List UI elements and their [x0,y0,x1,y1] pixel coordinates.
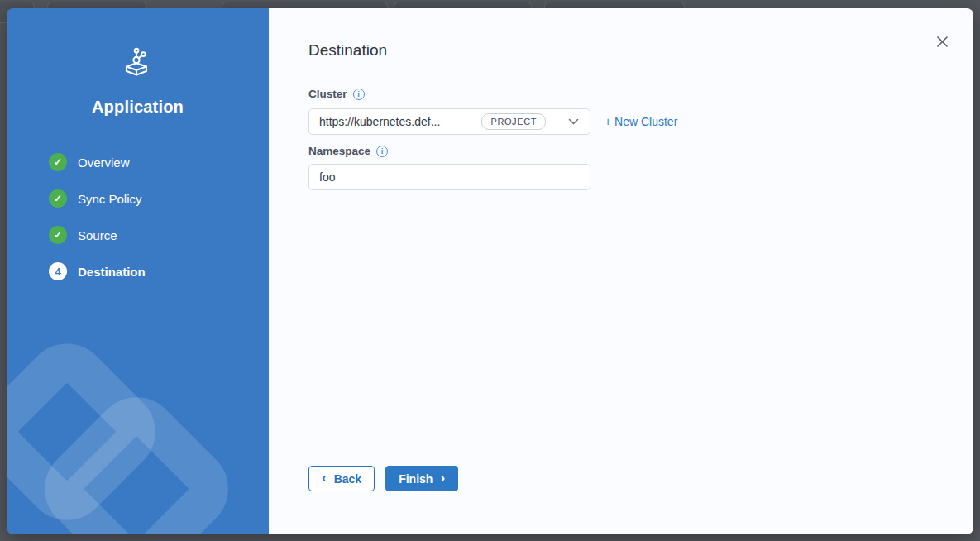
project-badge: PROJECT [481,113,546,130]
wizard-sidebar: Application ✓ Overview ✓ Sync Policy ✓ S… [7,8,269,534]
step-destination[interactable]: 4 Destination [49,262,269,280]
info-icon[interactable]: i [353,89,365,100]
page-title: Destination [308,41,973,60]
wizard-main-panel: Destination Cluster i https://kubernetes… [269,8,973,534]
namespace-label: Namespace i [308,145,973,157]
step-source[interactable]: ✓ Source [49,226,269,244]
step-overview[interactable]: ✓ Overview [49,153,269,171]
check-icon: ✓ [49,189,67,208]
wizard-footer: ‹ Back Finish › [308,466,458,491]
chevron-right-icon: › [440,471,445,485]
step-sync-policy[interactable]: ✓ Sync Policy [49,189,269,208]
watermark-shape [7,327,172,534]
wizard-title: Application [92,98,184,117]
chevron-down-icon [568,118,579,125]
watermark-shape [27,380,245,534]
info-icon[interactable]: i [376,146,388,157]
finish-button[interactable]: Finish › [385,466,458,491]
cluster-value: https://kubernetes.def... [319,115,481,128]
step-number-badge: 4 [49,262,67,280]
cluster-select[interactable]: https://kubernetes.def... PROJECT [308,108,590,135]
namespace-input[interactable] [308,164,590,190]
chevron-left-icon: ‹ [322,471,327,485]
application-box-icon [121,46,155,79]
back-button[interactable]: ‹ Back [308,466,375,491]
new-cluster-link[interactable]: + New Cluster [605,115,677,128]
check-icon: ✓ [49,226,67,244]
application-wizard-modal: Application ✓ Overview ✓ Sync Policy ✓ S… [7,8,973,534]
close-button[interactable] [935,34,949,49]
close-icon [936,36,949,48]
cluster-label: Cluster i [308,88,973,100]
wizard-steps: ✓ Overview ✓ Sync Policy ✓ Source 4 Dest… [7,153,269,299]
check-icon: ✓ [49,153,67,171]
